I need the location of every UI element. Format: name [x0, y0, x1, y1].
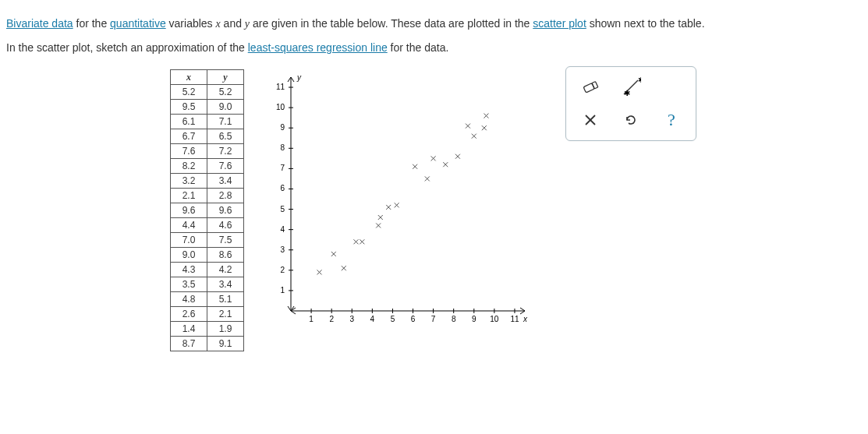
quantitative-link[interactable]: quantitative: [110, 17, 166, 30]
undo-icon: [623, 112, 639, 128]
svg-text:11: 11: [276, 83, 285, 91]
table-row: 3.53.4: [171, 277, 244, 292]
drawing-toolbar: ✱ ✱ ?: [565, 66, 696, 141]
svg-text:5: 5: [280, 205, 285, 213]
table-row: 6.76.5: [171, 129, 244, 144]
cell-y: 1.9: [207, 322, 244, 337]
svg-text:10: 10: [490, 315, 499, 323]
cell-y: 6.5: [207, 129, 244, 144]
table-row: 5.25.2: [171, 85, 244, 100]
cell-y: 7.1: [207, 115, 244, 129]
cell-x: 2.1: [171, 189, 207, 203]
cell-x: 5.2: [171, 85, 207, 100]
svg-text:6: 6: [411, 315, 416, 323]
data-point: [425, 176, 430, 181]
bivariate-data-link[interactable]: Bivariate data: [6, 17, 73, 30]
svg-text:1: 1: [309, 315, 314, 323]
data-point: [317, 270, 322, 274]
table-row: 3.23.4: [171, 174, 244, 189]
cell-y: 9.6: [207, 203, 244, 218]
table-row: 2.12.8: [171, 189, 244, 203]
cell-x: 8.2: [171, 159, 207, 174]
svg-text:1: 1: [280, 286, 285, 295]
svg-text:2: 2: [280, 266, 285, 274]
svg-text:✱: ✱: [624, 89, 630, 97]
scatter-plot-link[interactable]: scatter plot: [533, 17, 586, 30]
svg-rect-85: [592, 82, 598, 89]
cell-x: 1.4: [171, 322, 207, 337]
line-tool-button[interactable]: ✱ ✱: [613, 73, 649, 101]
data-point: [472, 134, 477, 139]
data-point: [466, 124, 470, 129]
table-row: 6.17.1: [171, 115, 244, 129]
cell-x: 6.1: [171, 115, 207, 129]
cell-x: 9.5: [171, 100, 207, 115]
table-row: 9.69.6: [171, 203, 244, 218]
cell-y: 3.4: [207, 174, 244, 189]
col-header-y: y: [207, 70, 244, 85]
svg-text:7: 7: [431, 315, 436, 323]
svg-text:4: 4: [370, 315, 375, 323]
cell-y: 9.0: [207, 100, 244, 115]
svg-text:3: 3: [349, 315, 354, 323]
data-point: [386, 205, 391, 210]
cell-x: 7.0: [171, 233, 207, 248]
close-icon: [583, 112, 598, 128]
svg-text:9: 9: [280, 123, 285, 132]
data-point: [342, 266, 346, 270]
svg-text:5: 5: [391, 315, 395, 323]
cell-x: 7.6: [171, 144, 207, 159]
table-row: 2.62.1: [171, 307, 244, 322]
instruction-line-2: In the scatter plot, sketch an approxima…: [6, 41, 868, 54]
cell-x: 6.7: [171, 129, 207, 144]
svg-text:x: x: [523, 315, 528, 323]
cell-x: 8.7: [171, 337, 207, 351]
scatter-plot-canvas[interactable]: yx12345678910111234567891011: [267, 69, 533, 334]
data-point: [482, 125, 487, 130]
table-row: 1.41.9: [171, 322, 244, 337]
data-point: [360, 239, 364, 244]
cell-y: 9.1: [207, 337, 244, 351]
table-row: 8.79.1: [171, 337, 244, 351]
table-row: 4.85.1: [171, 292, 244, 307]
cell-x: 9.6: [171, 203, 207, 218]
svg-text:8: 8: [452, 315, 456, 323]
cell-y: 4.2: [207, 263, 244, 277]
col-header-x: x: [171, 70, 207, 85]
svg-text:8: 8: [280, 143, 285, 152]
svg-text:11: 11: [510, 315, 519, 323]
undo-button[interactable]: [613, 106, 649, 134]
data-point: [376, 223, 381, 228]
table-row: 9.59.0: [171, 100, 244, 115]
table-row: 8.27.6: [171, 159, 244, 174]
help-button[interactable]: ?: [654, 106, 689, 134]
cell-x: 2.6: [171, 307, 207, 322]
cell-y: 3.4: [207, 277, 244, 292]
clear-button[interactable]: [572, 106, 608, 134]
eraser-icon: [580, 79, 601, 95]
table-row: 7.07.5: [171, 233, 244, 248]
svg-text:7: 7: [280, 164, 285, 172]
cell-y: 7.6: [207, 159, 244, 174]
svg-text:y: y: [296, 73, 302, 82]
cell-x: 3.5: [171, 277, 207, 292]
cell-x: 9.0: [171, 248, 207, 263]
cell-y: 5.2: [207, 85, 244, 100]
cell-y: 4.6: [207, 218, 244, 233]
help-icon: ?: [668, 110, 675, 130]
svg-text:✱: ✱: [638, 77, 641, 84]
table-row: 4.34.2: [171, 263, 244, 277]
line-tool-icon: ✱ ✱: [621, 77, 641, 97]
data-point: [413, 164, 417, 169]
cell-y: 7.5: [207, 233, 244, 248]
table-row: 7.67.2: [171, 144, 244, 159]
instruction-line-1: Bivariate data for the quantitative vari…: [6, 17, 868, 30]
eraser-tool-button[interactable]: [572, 73, 608, 101]
data-point: [395, 203, 399, 207]
svg-text:3: 3: [280, 245, 285, 254]
table-row: 9.08.6: [171, 248, 244, 263]
data-table: x y 5.25.29.59.06.17.16.76.57.67.28.27.6…: [170, 69, 244, 351]
data-point: [378, 215, 383, 220]
cell-x: 3.2: [171, 174, 207, 189]
lsrl-link[interactable]: least-squares regression line: [248, 41, 388, 54]
